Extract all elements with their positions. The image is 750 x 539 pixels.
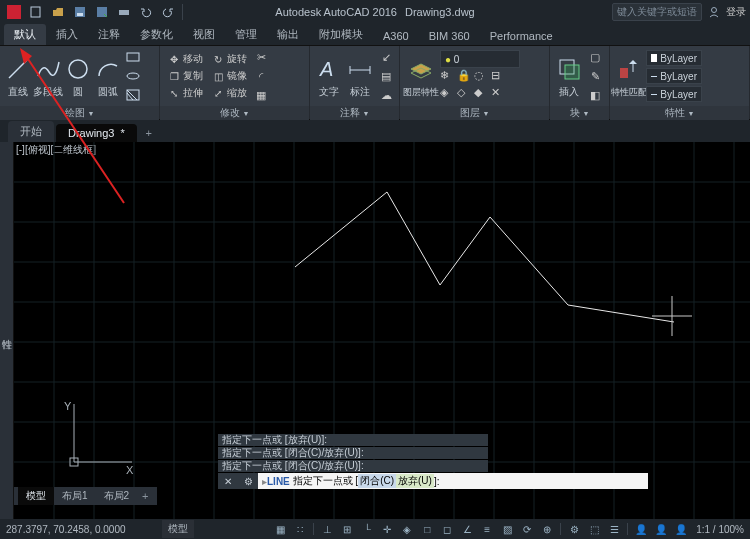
osnap-toggle-icon[interactable]: □ bbox=[418, 521, 436, 537]
polar-toggle-icon[interactable]: ✛ bbox=[378, 521, 396, 537]
tab-addins[interactable]: 附加模块 bbox=[309, 24, 373, 45]
infer-constraints-icon[interactable]: ⊥ bbox=[318, 521, 336, 537]
layout2-tab[interactable]: 布局2 bbox=[96, 487, 138, 505]
tab-output[interactable]: 输出 bbox=[267, 24, 309, 45]
selection-cycling-icon[interactable]: ⟳ bbox=[518, 521, 536, 537]
quick-properties-icon[interactable]: ☰ bbox=[605, 521, 623, 537]
isodraft-icon[interactable]: ◈ bbox=[398, 521, 416, 537]
tab-parametric[interactable]: 参数化 bbox=[130, 24, 183, 45]
grid-toggle-icon[interactable]: ▦ bbox=[271, 521, 289, 537]
filetab-add[interactable]: + bbox=[139, 124, 159, 142]
annotation-autoscale-icon[interactable]: 👤 bbox=[672, 521, 690, 537]
rotate-button[interactable]: ↻旋转 bbox=[208, 51, 250, 67]
table-icon[interactable]: ▤ bbox=[377, 67, 395, 85]
layer-dropdown[interactable]: ● 0 bbox=[440, 50, 520, 68]
app-menu-button[interactable] bbox=[4, 2, 24, 22]
tab-performance[interactable]: Performance bbox=[480, 27, 563, 45]
edit-block-icon[interactable]: ✎ bbox=[586, 67, 604, 85]
open-icon[interactable] bbox=[48, 2, 68, 22]
tab-view[interactable]: 视图 bbox=[183, 24, 225, 45]
attr-block-icon[interactable]: ◧ bbox=[586, 86, 604, 104]
layout1-tab[interactable]: 布局1 bbox=[54, 487, 96, 505]
layer-lock-icon[interactable]: 🔒 bbox=[457, 69, 473, 85]
new-icon[interactable] bbox=[26, 2, 46, 22]
annotation-monitor-icon[interactable]: ⊕ bbox=[538, 521, 556, 537]
mirror-button[interactable]: ◫镜像 bbox=[208, 68, 250, 84]
otrack-icon[interactable]: ∠ bbox=[458, 521, 476, 537]
annotation-visibility-icon[interactable]: 👤 bbox=[652, 521, 670, 537]
workspace-icon[interactable]: ⚙ bbox=[565, 521, 583, 537]
panel-properties-title[interactable]: 特性▼ bbox=[610, 106, 749, 120]
ortho-toggle-icon[interactable]: └ bbox=[358, 521, 376, 537]
tab-a360[interactable]: A360 bbox=[373, 27, 419, 45]
layer-freeze-icon[interactable]: ❄ bbox=[440, 69, 456, 85]
lineweight-display-icon[interactable]: ≡ bbox=[478, 521, 496, 537]
signin-label[interactable]: 登录 bbox=[726, 5, 746, 19]
panel-draw-title[interactable]: 绘图▼ bbox=[0, 106, 159, 120]
cmd-close-icon[interactable]: ✕ bbox=[218, 473, 238, 489]
linetype-dropdown[interactable]: ByLayer bbox=[646, 86, 702, 102]
layer-prev-icon[interactable]: ◇ bbox=[457, 86, 473, 102]
properties-palette-bar[interactable]: 特性 bbox=[0, 142, 14, 519]
layer-match-icon[interactable]: ⊟ bbox=[491, 69, 507, 85]
annotation-scale-lock-icon[interactable]: 👤 bbox=[632, 521, 650, 537]
panel-layers-title[interactable]: 图层▼ bbox=[400, 106, 549, 120]
stretch-button[interactable]: ⤡拉伸 bbox=[164, 85, 206, 101]
array-icon[interactable]: ▦ bbox=[252, 86, 270, 104]
undo-icon[interactable] bbox=[136, 2, 156, 22]
tab-default[interactable]: 默认 bbox=[4, 24, 46, 45]
save-icon[interactable] bbox=[70, 2, 90, 22]
ellipse-icon[interactable] bbox=[124, 67, 142, 85]
rectangle-icon[interactable] bbox=[124, 48, 142, 66]
model-tab[interactable]: 模型 bbox=[18, 487, 54, 505]
search-input[interactable]: 键入关键字或短语 bbox=[612, 3, 702, 21]
panel-block-title[interactable]: 块▼ bbox=[550, 106, 609, 120]
line-button[interactable]: 直线 bbox=[4, 48, 32, 104]
command-line[interactable]: ✕ ⚙ ▸ LINE 指定下一点或 [闭合(C) 放弃(U)]: bbox=[218, 473, 648, 489]
signin-icon[interactable] bbox=[706, 4, 722, 20]
layer-merge-icon[interactable]: ◆ bbox=[474, 86, 490, 102]
statusbar-model-button[interactable]: 模型 bbox=[162, 520, 194, 538]
layout-add[interactable]: + bbox=[137, 490, 153, 502]
leader-icon[interactable]: ↙ bbox=[377, 48, 395, 66]
scale-button[interactable]: ⤢缩放 bbox=[208, 85, 250, 101]
annotation-scale[interactable]: 1:1 / 100% bbox=[696, 524, 744, 535]
color-dropdown[interactable]: ByLayer bbox=[646, 50, 702, 66]
arc-button[interactable]: 圆弧 bbox=[94, 48, 122, 104]
insert-block-button[interactable]: 插入 bbox=[554, 48, 584, 104]
snap-toggle-icon[interactable]: ∷ bbox=[291, 521, 309, 537]
filetab-start[interactable]: 开始 bbox=[8, 121, 54, 142]
circle-button[interactable]: 圆 bbox=[64, 48, 92, 104]
panel-modify-title[interactable]: 修改▼ bbox=[160, 106, 309, 120]
create-block-icon[interactable]: ▢ bbox=[586, 48, 604, 66]
layer-properties-button[interactable]: 图层特性 bbox=[404, 48, 438, 104]
dimension-button[interactable]: 标注 bbox=[346, 48, 376, 104]
transparency-icon[interactable]: ▨ bbox=[498, 521, 516, 537]
layer-off-icon[interactable]: ◌ bbox=[474, 69, 490, 85]
tab-annotate[interactable]: 注释 bbox=[88, 24, 130, 45]
cloud-icon[interactable]: ☁ bbox=[377, 86, 395, 104]
panel-annotation-title[interactable]: 注释▼ bbox=[310, 106, 399, 120]
saveas-icon[interactable] bbox=[92, 2, 112, 22]
tab-bim360[interactable]: BIM 360 bbox=[419, 27, 480, 45]
dynamic-input-icon[interactable]: ⊞ bbox=[338, 521, 356, 537]
redo-icon[interactable] bbox=[158, 2, 178, 22]
layer-iso-icon[interactable]: ◈ bbox=[440, 86, 456, 102]
copy-button[interactable]: ❐复制 bbox=[164, 68, 206, 84]
plot-icon[interactable] bbox=[114, 2, 134, 22]
coordinate-display[interactable]: 287.3797, 70.2458, 0.0000 bbox=[6, 524, 156, 535]
trim-icon[interactable]: ✂ bbox=[252, 48, 270, 66]
filetab-drawing3[interactable]: Drawing3* bbox=[56, 124, 137, 142]
polyline-button[interactable]: 多段线 bbox=[34, 48, 62, 104]
layer-delete-icon[interactable]: ✕ bbox=[491, 86, 507, 102]
units-icon[interactable]: ⬚ bbox=[585, 521, 603, 537]
move-button[interactable]: ✥移动 bbox=[164, 51, 206, 67]
tab-manage[interactable]: 管理 bbox=[225, 24, 267, 45]
lineweight-dropdown[interactable]: ByLayer bbox=[646, 68, 702, 84]
match-properties-button[interactable]: 特性匹配 bbox=[614, 48, 644, 104]
tab-insert[interactable]: 插入 bbox=[46, 24, 88, 45]
cmd-config-icon[interactable]: ⚙ bbox=[238, 473, 258, 489]
hatch-icon[interactable] bbox=[124, 86, 142, 104]
3dosnap-icon[interactable]: ◻ bbox=[438, 521, 456, 537]
text-button[interactable]: A 文字 bbox=[314, 48, 344, 104]
